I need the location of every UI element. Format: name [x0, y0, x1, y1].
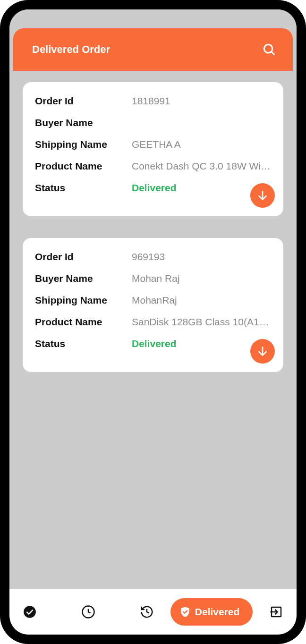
expand-button[interactable]	[250, 339, 275, 364]
label-product-name: Product Name	[35, 161, 132, 172]
nav-delivered-label: Delivered	[195, 606, 240, 618]
arrow-down-icon	[256, 189, 269, 202]
expand-button[interactable]	[250, 183, 275, 208]
shield-check-icon	[179, 606, 191, 618]
arrow-down-icon	[256, 345, 269, 357]
label-order-id: Order Id	[35, 95, 132, 107]
nav-logout[interactable]	[268, 604, 284, 620]
value-order-id: 969193	[132, 251, 271, 263]
label-shipping-name: Shipping Name	[35, 139, 132, 150]
label-product-name: Product Name	[35, 316, 132, 328]
value-shipping-name: GEETHA A	[132, 139, 271, 150]
label-buyer-name: Buyer Name	[35, 117, 132, 128]
value-product-name: SanDisk 128GB Class 10(A1) ...	[132, 316, 271, 328]
clock-icon	[81, 605, 95, 619]
check-circle-icon	[23, 605, 36, 619]
nav-pending[interactable]	[80, 604, 96, 620]
label-status: Status	[35, 338, 132, 349]
status-bar	[9, 9, 297, 28]
search-button[interactable]	[261, 41, 278, 58]
label-order-id: Order Id	[35, 251, 132, 263]
exit-icon	[269, 605, 283, 619]
label-shipping-name: Shipping Name	[35, 295, 132, 306]
value-status: Delivered	[132, 182, 177, 194]
svg-line-1	[272, 52, 275, 55]
nav-history[interactable]	[139, 604, 155, 620]
row-order-id: Order Id 969193	[35, 251, 271, 263]
row-order-id: Order Id 1818991	[35, 95, 271, 107]
label-status: Status	[35, 182, 132, 194]
screen: Delivered Order Order Id 1818991 Buyer N…	[9, 9, 297, 635]
row-status: Status Delivered	[35, 182, 271, 194]
row-shipping-name: Shipping Name MohanRaj	[35, 295, 271, 306]
svg-point-0	[264, 44, 272, 53]
page-title: Delivered Order	[32, 43, 110, 56]
row-buyer-name: Buyer Name Mohan Raj	[35, 273, 271, 284]
row-status: Status Delivered	[35, 338, 271, 349]
row-product-name: Product Name Conekt Dash QC 3.0 18W Wit.…	[35, 161, 271, 172]
row-shipping-name: Shipping Name GEETHA A	[35, 139, 271, 150]
row-buyer-name: Buyer Name	[35, 117, 271, 128]
value-product-name: Conekt Dash QC 3.0 18W Wit...	[132, 161, 271, 172]
order-card: Order Id 1818991 Buyer Name Shipping Nam…	[23, 82, 283, 216]
bottom-nav: Delivered	[9, 589, 297, 635]
value-shipping-name: MohanRaj	[132, 295, 271, 306]
value-buyer-name: Mohan Raj	[132, 273, 271, 284]
label-buyer-name: Buyer Name	[35, 273, 132, 284]
order-card: Order Id 969193 Buyer Name Mohan Raj Shi…	[23, 238, 283, 372]
order-list[interactable]: Order Id 1818991 Buyer Name Shipping Nam…	[13, 71, 293, 635]
search-icon	[262, 42, 276, 57]
value-status: Delivered	[132, 338, 177, 349]
nav-confirmed[interactable]	[22, 604, 38, 620]
history-icon	[140, 605, 154, 619]
nav-delivered-active[interactable]: Delivered	[170, 598, 253, 626]
value-order-id: 1818991	[132, 95, 271, 107]
row-product-name: Product Name SanDisk 128GB Class 10(A1) …	[35, 316, 271, 328]
svg-point-4	[24, 606, 36, 618]
phone-frame: Delivered Order Order Id 1818991 Buyer N…	[0, 0, 306, 644]
app-bar: Delivered Order	[13, 28, 293, 71]
